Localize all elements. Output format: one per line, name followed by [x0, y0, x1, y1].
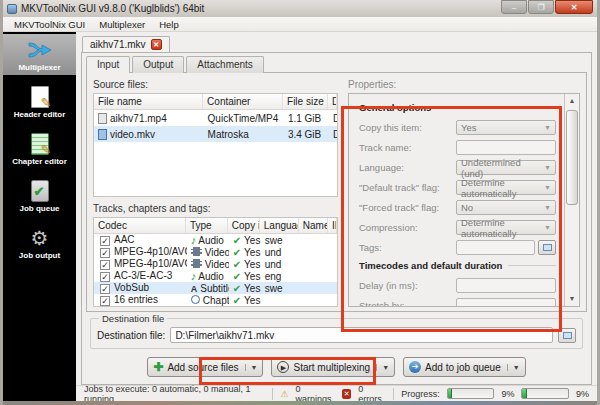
track-checkbox[interactable]: ✓: [100, 248, 110, 258]
directory: D:\Filmer: [329, 129, 337, 140]
forced-track-flag-select[interactable]: No▼: [456, 200, 556, 215]
menu-mkvtoolnix-gui[interactable]: MKVToolNix GUI: [7, 18, 92, 31]
minimize-button[interactable]: –: [501, 0, 527, 14]
chevron-down-icon: ▼: [544, 204, 551, 211]
col-name[interactable]: Name: [299, 218, 328, 233]
destination-browse-button[interactable]: [558, 328, 576, 343]
destination-file-group: Destination file Destination file: D:\Fi…: [90, 318, 583, 349]
chevron-down-icon[interactable]: ▼: [507, 364, 520, 371]
tab-output[interactable]: Output: [132, 56, 184, 73]
close-button[interactable]: ✕: [555, 0, 593, 14]
copy-item: Yes: [244, 283, 260, 294]
field-label: Delay (in ms):: [359, 280, 456, 291]
menu-help[interactable]: Help: [152, 18, 186, 31]
scrollbar-thumb[interactable]: [566, 110, 578, 205]
sidebar-item-label: Header editor: [14, 110, 66, 119]
stretch-by-input[interactable]: [456, 298, 556, 306]
video-icon: [191, 259, 202, 268]
field-label: Tags:: [359, 242, 456, 253]
button-label: Start multiplexing: [293, 362, 370, 373]
col-copy-item[interactable]: Copy item: [228, 218, 260, 233]
track-checkbox[interactable]: ✓: [100, 260, 110, 270]
chapters-clock-icon: [191, 295, 200, 304]
track-checkbox[interactable]: ✓: [100, 284, 110, 294]
horizontal-scrollbar[interactable]: [94, 306, 337, 307]
check-icon: ✔: [233, 283, 241, 294]
destination-file-input[interactable]: D:\Filmer\aikhv71.mkv: [170, 327, 553, 343]
copy-item: Yes: [244, 235, 260, 246]
col-id[interactable]: ID: [328, 218, 337, 233]
compression-select[interactable]: Determine automatically▼: [456, 220, 556, 235]
add-source-files-button[interactable]: ✚ Add source files ▼: [147, 357, 263, 377]
add-to-job-queue-button[interactable]: ➔ Add to job queue ▼: [403, 357, 526, 377]
source-file-row[interactable]: video.mkv Matroska 3.4 GiB D:\Filmer: [94, 126, 337, 142]
codec: MPEG-4p10/AVC/h.264: [114, 258, 187, 269]
track-checkbox[interactable]: ✓: [100, 236, 110, 246]
sidebar-item-job-queue[interactable]: ✔ Job queue: [3, 175, 76, 216]
chevron-down-icon[interactable]: ▼: [245, 364, 258, 371]
delay-input[interactable]: [456, 278, 556, 293]
sidebar-item-chapter-editor[interactable]: ✎ Chapter editor: [3, 128, 76, 169]
app-icon: [7, 4, 17, 14]
file-size: 1.1 GiB: [284, 113, 329, 124]
copy-item: Yes: [244, 271, 260, 282]
chevron-down-icon: ▼: [544, 164, 551, 171]
language-select[interactable]: Undetermined (und)▼: [456, 160, 556, 175]
merge-arrows-icon: [27, 38, 53, 62]
col-file-size[interactable]: File size: [283, 94, 328, 109]
title-bar: MKVToolNix GUI v9.8.0 ('Kuglblids') 64bi…: [3, 0, 597, 17]
properties-label: Properties:: [348, 79, 580, 90]
track-row[interactable]: ✓16 entries Chapters ✔Yes: [94, 294, 337, 306]
type: Video: [205, 259, 229, 270]
track-row[interactable]: ✓MPEG-4p10/AVC/h.264 Video ✔Yes und: [94, 246, 337, 258]
type: Subtitles: [200, 283, 228, 294]
tracks-label: Tracks, chapters and tags:: [93, 203, 338, 214]
file-name: video.mkv: [110, 129, 155, 140]
track-checkbox[interactable]: ✓: [100, 272, 110, 282]
copy-this-item-select[interactable]: Yes▼: [456, 120, 556, 135]
track-checkbox[interactable]: ✓: [100, 296, 110, 306]
scroll-up-icon[interactable]: ▲: [565, 94, 579, 108]
progress-label: Progress:: [401, 389, 440, 399]
col-codec[interactable]: Codec: [94, 218, 186, 233]
col-language[interactable]: Language: [260, 218, 299, 233]
browse-button[interactable]: [538, 240, 556, 255]
audio-icon: ♪: [191, 270, 197, 282]
track-row[interactable]: ✓MPEG-4p10/AVC/h.264 Video ✔Yes und: [94, 258, 337, 270]
tab-input[interactable]: Input: [86, 56, 130, 73]
codec: 16 entries: [114, 294, 158, 305]
action-button-row: ✚ Add source files ▼ ▶ Start multiplexin…: [82, 351, 591, 384]
queue-icon: ➔: [409, 361, 421, 373]
sidebar-item-job-output[interactable]: ⚙ Job output: [3, 222, 76, 263]
chevron-down-icon[interactable]: ▼: [376, 364, 389, 371]
sidebar-item-header-editor[interactable]: ✎ Header editor: [3, 81, 76, 122]
progress-bar-total: [521, 388, 569, 399]
audio-icon: ♪: [191, 234, 197, 246]
multiplexer-page: Input Output Attachments Source files: F…: [81, 52, 592, 385]
tags-input[interactable]: [456, 240, 535, 255]
col-file-name[interactable]: File name: [94, 94, 203, 109]
scroll-down-icon[interactable]: ▼: [565, 292, 579, 306]
tab-attachments[interactable]: Attachments: [186, 56, 264, 73]
tab-close-icon[interactable]: ✕: [151, 39, 162, 50]
vertical-scrollbar[interactable]: ▲ ▼: [564, 94, 579, 306]
col-container[interactable]: Container: [203, 94, 283, 109]
error-icon: ✕: [342, 389, 351, 399]
document-tab[interactable]: aikhv71.mkv ✕: [82, 36, 170, 52]
col-directory[interactable]: Directory: [328, 94, 337, 109]
track-name-input[interactable]: [456, 140, 556, 155]
status-bar: Jobs to execute: 0 automatic, 0 manual, …: [76, 385, 597, 401]
sidebar-item-multiplexer[interactable]: Multiplexer: [3, 34, 76, 75]
col-type[interactable]: Type: [186, 218, 228, 233]
track-row[interactable]: ✓AC-3/E-AC-3 ♪Audio ✔Yes eng: [94, 270, 337, 282]
track-row[interactable]: ✓VobSub ASubtitles ✔Yes swe: [94, 282, 337, 294]
maximize-button[interactable]: ❐: [528, 0, 554, 14]
start-multiplexing-button[interactable]: ▶ Start multiplexing ▼: [271, 357, 395, 377]
clipboard-check-icon: ✔: [31, 179, 49, 203]
menu-multiplexer[interactable]: Multiplexer: [92, 18, 152, 31]
source-file-row[interactable]: aikhv71.mp4 QuickTime/MP4 1.1 GiB D:\Fil…: [94, 110, 337, 126]
field-label: Copy this item:: [359, 122, 456, 133]
gear-icon: ⚙: [31, 226, 49, 250]
track-row[interactable]: ✓AAC ♪Audio ✔Yes swe: [94, 234, 337, 246]
default-track-flag-select[interactable]: Determine automatically▼: [456, 180, 556, 195]
